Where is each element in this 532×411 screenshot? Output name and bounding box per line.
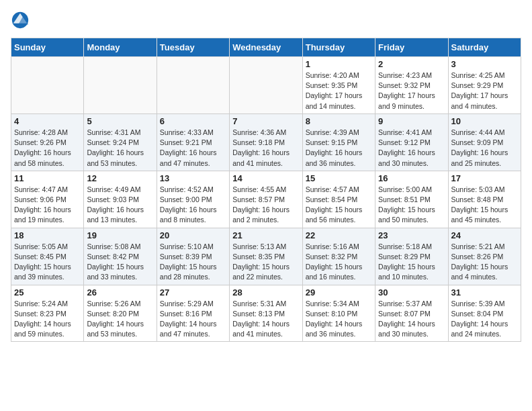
day-info: Sunrise: 4:23 AM Sunset: 9:32 PM Dayligh… (378, 71, 445, 111)
calendar-cell: 22Sunrise: 5:16 AM Sunset: 8:32 PM Dayli… (302, 228, 375, 285)
calendar-cell: 7Sunrise: 4:36 AM Sunset: 9:18 PM Daylig… (230, 113, 302, 171)
calendar-week-row: 1Sunrise: 4:20 AM Sunset: 9:35 PM Daylig… (11, 57, 521, 114)
calendar-cell: 28Sunrise: 5:31 AM Sunset: 8:13 PM Dayli… (230, 285, 302, 342)
calendar-cell: 19Sunrise: 5:08 AM Sunset: 8:42 PM Dayli… (84, 228, 157, 285)
day-number: 7 (232, 116, 299, 126)
day-info: Sunrise: 4:44 AM Sunset: 9:09 PM Dayligh… (451, 128, 518, 169)
logo (11, 11, 32, 30)
day-number: 30 (378, 287, 445, 298)
calendar-cell: 13Sunrise: 4:52 AM Sunset: 9:00 PM Dayli… (157, 171, 229, 228)
day-number: 8 (306, 116, 372, 126)
calendar-cell (157, 57, 229, 114)
day-info: Sunrise: 5:26 AM Sunset: 8:20 PM Dayligh… (87, 299, 153, 340)
calendar-cell: 23Sunrise: 5:18 AM Sunset: 8:29 PM Dayli… (375, 228, 448, 285)
day-info: Sunrise: 4:25 AM Sunset: 9:29 PM Dayligh… (451, 71, 518, 111)
day-number: 13 (160, 173, 226, 183)
calendar-cell: 16Sunrise: 5:00 AM Sunset: 8:51 PM Dayli… (375, 171, 448, 228)
calendar-cell: 15Sunrise: 4:57 AM Sunset: 8:54 PM Dayli… (302, 171, 375, 228)
calendar-cell: 24Sunrise: 5:21 AM Sunset: 8:26 PM Dayli… (448, 228, 521, 285)
calendar-cell: 21Sunrise: 5:13 AM Sunset: 8:35 PM Dayli… (230, 228, 302, 285)
calendar-cell: 11Sunrise: 4:47 AM Sunset: 9:06 PM Dayli… (11, 171, 84, 228)
day-number: 12 (87, 173, 153, 183)
day-info: Sunrise: 5:21 AM Sunset: 8:26 PM Dayligh… (451, 242, 518, 283)
day-number: 28 (232, 287, 299, 298)
weekday-header: Sunday (11, 38, 84, 57)
day-number: 27 (160, 287, 226, 298)
day-info: Sunrise: 4:28 AM Sunset: 9:26 PM Dayligh… (14, 128, 81, 169)
day-number: 2 (378, 59, 445, 69)
day-info: Sunrise: 4:55 AM Sunset: 8:57 PM Dayligh… (232, 185, 299, 226)
logo-icon (11, 11, 30, 30)
weekday-header: Thursday (302, 38, 375, 57)
day-info: Sunrise: 4:49 AM Sunset: 9:03 PM Dayligh… (87, 185, 153, 226)
day-number: 1 (306, 59, 372, 69)
calendar-cell: 31Sunrise: 5:39 AM Sunset: 8:04 PM Dayli… (448, 285, 521, 342)
calendar-cell: 6Sunrise: 4:33 AM Sunset: 9:21 PM Daylig… (157, 113, 229, 171)
day-number: 16 (378, 173, 445, 183)
calendar-cell: 9Sunrise: 4:41 AM Sunset: 9:12 PM Daylig… (375, 113, 448, 171)
day-info: Sunrise: 5:16 AM Sunset: 8:32 PM Dayligh… (306, 242, 372, 283)
calendar-cell: 30Sunrise: 5:37 AM Sunset: 8:07 PM Dayli… (375, 285, 448, 342)
day-info: Sunrise: 5:00 AM Sunset: 8:51 PM Dayligh… (378, 185, 445, 226)
day-number: 6 (160, 116, 226, 126)
calendar-table: SundayMondayTuesdayWednesdayThursdayFrid… (11, 38, 521, 342)
day-info: Sunrise: 5:29 AM Sunset: 8:16 PM Dayligh… (160, 299, 226, 340)
day-number: 25 (14, 287, 81, 298)
calendar-cell: 25Sunrise: 5:24 AM Sunset: 8:23 PM Dayli… (11, 285, 84, 342)
day-info: Sunrise: 4:20 AM Sunset: 9:35 PM Dayligh… (306, 71, 372, 111)
day-info: Sunrise: 5:03 AM Sunset: 8:48 PM Dayligh… (451, 185, 518, 226)
day-number: 21 (232, 230, 299, 240)
calendar-cell: 12Sunrise: 4:49 AM Sunset: 9:03 PM Dayli… (84, 171, 157, 228)
calendar-cell: 5Sunrise: 4:31 AM Sunset: 9:24 PM Daylig… (84, 113, 157, 171)
calendar-cell: 2Sunrise: 4:23 AM Sunset: 9:32 PM Daylig… (375, 57, 448, 114)
calendar-cell: 18Sunrise: 5:05 AM Sunset: 8:45 PM Dayli… (11, 228, 84, 285)
day-number: 5 (87, 116, 153, 126)
day-number: 29 (306, 287, 372, 298)
day-info: Sunrise: 4:39 AM Sunset: 9:15 PM Dayligh… (306, 128, 372, 169)
calendar-cell (11, 57, 84, 114)
weekday-header: Friday (375, 38, 448, 57)
calendar-week-row: 11Sunrise: 4:47 AM Sunset: 9:06 PM Dayli… (11, 171, 521, 228)
day-info: Sunrise: 4:31 AM Sunset: 9:24 PM Dayligh… (87, 128, 153, 169)
day-number: 3 (451, 59, 518, 69)
day-info: Sunrise: 5:10 AM Sunset: 8:39 PM Dayligh… (160, 242, 226, 283)
calendar-week-row: 4Sunrise: 4:28 AM Sunset: 9:26 PM Daylig… (11, 113, 521, 171)
page-header (11, 11, 521, 30)
weekday-header: Wednesday (230, 38, 302, 57)
weekday-header: Saturday (448, 38, 521, 57)
day-number: 22 (306, 230, 372, 240)
day-info: Sunrise: 5:37 AM Sunset: 8:07 PM Dayligh… (378, 299, 445, 340)
day-info: Sunrise: 5:18 AM Sunset: 8:29 PM Dayligh… (378, 242, 445, 283)
calendar-cell: 17Sunrise: 5:03 AM Sunset: 8:48 PM Dayli… (448, 171, 521, 228)
day-info: Sunrise: 4:41 AM Sunset: 9:12 PM Dayligh… (378, 128, 445, 169)
day-info: Sunrise: 5:08 AM Sunset: 8:42 PM Dayligh… (87, 242, 153, 283)
day-number: 26 (87, 287, 153, 298)
day-number: 10 (451, 116, 518, 126)
calendar-cell: 8Sunrise: 4:39 AM Sunset: 9:15 PM Daylig… (302, 113, 375, 171)
calendar-cell: 1Sunrise: 4:20 AM Sunset: 9:35 PM Daylig… (302, 57, 375, 114)
day-info: Sunrise: 4:57 AM Sunset: 8:54 PM Dayligh… (306, 185, 372, 226)
calendar-week-row: 18Sunrise: 5:05 AM Sunset: 8:45 PM Dayli… (11, 228, 521, 285)
day-info: Sunrise: 4:33 AM Sunset: 9:21 PM Dayligh… (160, 128, 226, 169)
calendar-cell: 27Sunrise: 5:29 AM Sunset: 8:16 PM Dayli… (157, 285, 229, 342)
calendar-week-row: 25Sunrise: 5:24 AM Sunset: 8:23 PM Dayli… (11, 285, 521, 342)
day-number: 18 (14, 230, 81, 240)
day-number: 4 (14, 116, 81, 126)
calendar-cell (230, 57, 302, 114)
day-number: 14 (232, 173, 299, 183)
day-info: Sunrise: 5:34 AM Sunset: 8:10 PM Dayligh… (306, 299, 372, 340)
calendar-cell: 10Sunrise: 4:44 AM Sunset: 9:09 PM Dayli… (448, 113, 521, 171)
day-info: Sunrise: 4:36 AM Sunset: 9:18 PM Dayligh… (232, 128, 299, 169)
day-number: 11 (14, 173, 81, 183)
calendar-cell: 26Sunrise: 5:26 AM Sunset: 8:20 PM Dayli… (84, 285, 157, 342)
day-info: Sunrise: 5:05 AM Sunset: 8:45 PM Dayligh… (14, 242, 81, 283)
weekday-header: Monday (84, 38, 157, 57)
day-number: 20 (160, 230, 226, 240)
day-number: 31 (451, 287, 518, 298)
day-number: 15 (306, 173, 372, 183)
day-number: 17 (451, 173, 518, 183)
weekday-header: Tuesday (157, 38, 229, 57)
day-number: 9 (378, 116, 445, 126)
calendar-cell (84, 57, 157, 114)
calendar-cell: 4Sunrise: 4:28 AM Sunset: 9:26 PM Daylig… (11, 113, 84, 171)
